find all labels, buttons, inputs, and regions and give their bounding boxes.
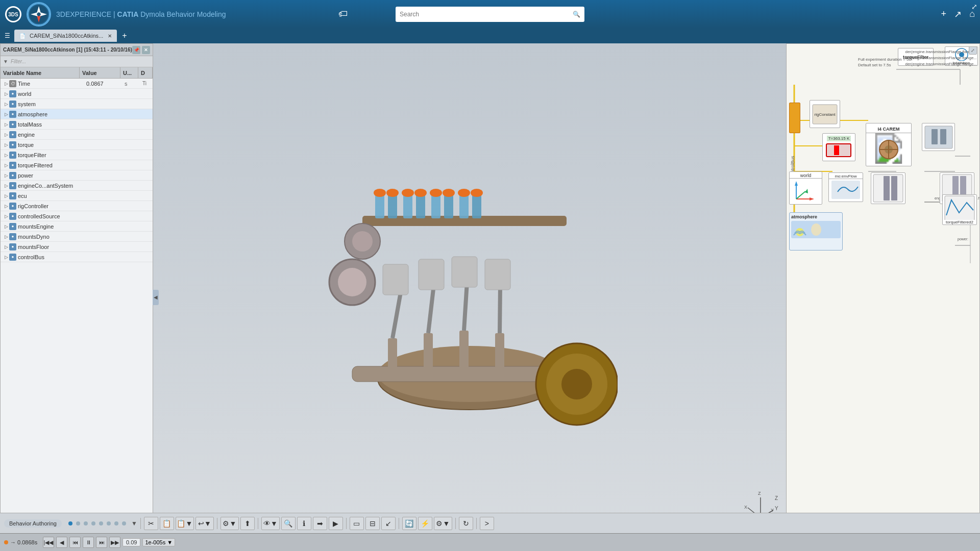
tree-row[interactable]: ▷ ● ecu bbox=[1, 191, 153, 201]
toolbar-cut-btn[interactable]: ✂ bbox=[144, 517, 158, 530]
diagram-area[interactable]: system controlBus bbox=[787, 44, 979, 550]
panel-close-icon[interactable]: ✕ bbox=[142, 46, 150, 54]
tree-expand-icon[interactable]: ▷ bbox=[5, 81, 8, 86]
playback-fwd-btn[interactable]: ▶▶ bbox=[109, 537, 120, 548]
diag-atmosphere-block[interactable]: atmosphere bbox=[789, 212, 843, 251]
tree-row[interactable]: ▷ ● atmosphere bbox=[1, 109, 153, 119]
tree-row[interactable]: ▷ ● power bbox=[1, 170, 153, 181]
tree-expand-icon[interactable]: ▷ bbox=[5, 244, 8, 249]
toolbar-sim2-btn[interactable]: ⚡ bbox=[418, 517, 432, 530]
share-icon[interactable]: ↗ bbox=[954, 9, 962, 20]
tree-expand-icon[interactable]: ▷ bbox=[5, 91, 8, 96]
playback-start-btn[interactable]: |◀◀ bbox=[43, 537, 54, 548]
toolbar-play-btn[interactable]: ▶ bbox=[329, 517, 343, 530]
tree-expand-icon[interactable]: ▷ bbox=[5, 193, 8, 198]
toolbar-sim1-btn[interactable]: 🔄 bbox=[402, 517, 416, 530]
search-input[interactable] bbox=[400, 11, 570, 18]
diag-world[interactable]: world bbox=[789, 171, 822, 205]
tree-row[interactable]: ▷ ● engine bbox=[1, 130, 153, 140]
tree-expand-icon[interactable]: ▷ bbox=[5, 163, 8, 168]
tree-row[interactable]: ▷ ● system bbox=[1, 99, 153, 109]
tree-row[interactable]: ▷ ● torqueFiltered bbox=[1, 160, 153, 170]
tree-row[interactable]: ▷ ● rigController bbox=[1, 201, 153, 211]
diag-temperature-block[interactable]: T=363.15 K bbox=[822, 133, 855, 161]
tab-add-button[interactable]: + bbox=[119, 31, 129, 40]
diag-i4-carem[interactable]: I4 CAREM bbox=[866, 123, 912, 166]
playback-pause-btn[interactable]: ⏸ bbox=[83, 537, 94, 548]
tree-item-label: rigController bbox=[18, 203, 153, 209]
toolbar-nav-btn[interactable]: ➡ bbox=[313, 517, 327, 530]
tree-expand-icon[interactable]: ▷ bbox=[5, 142, 8, 147]
diag-torqueFiltered-br[interactable]: torqueFiltered2 bbox=[942, 194, 977, 225]
behavior-expand-icon[interactable]: ▼ bbox=[131, 520, 137, 527]
tree-row[interactable]: ▷ ⏱ Time 0.0867 s Ti bbox=[1, 79, 153, 89]
playback-step-fwd-btn[interactable]: ⏭ bbox=[96, 537, 107, 548]
tree-row[interactable]: ▷ ● mountsFloor bbox=[1, 242, 153, 252]
diag-torqueFiltered-mid[interactable] bbox=[871, 172, 905, 204]
playback-prev-btn[interactable]: ◀ bbox=[56, 537, 67, 548]
diagram-expand-button[interactable]: ⤢ bbox=[969, 46, 977, 55]
tree-expand-icon[interactable]: ▷ bbox=[5, 173, 8, 178]
svg-marker-93 bbox=[795, 181, 798, 186]
tag-icon[interactable]: 🏷 bbox=[338, 9, 348, 19]
tab-main[interactable]: 📄 CAREM_SiNa1800ccAtkins... ✕ bbox=[14, 30, 117, 42]
tree-row[interactable]: ▷ ● world bbox=[1, 89, 153, 99]
center-3d-view[interactable]: Z Y Z Z X Y bbox=[153, 43, 786, 551]
behavior-dot-7[interactable] bbox=[114, 521, 118, 525]
tab-close[interactable]: ✕ bbox=[108, 33, 112, 39]
tree-expand-icon[interactable]: ▷ bbox=[5, 255, 8, 260]
panel-pin-icon[interactable]: 📌 bbox=[132, 46, 140, 54]
toolbar-refresh-btn[interactable]: ↻ bbox=[459, 517, 473, 530]
tree-row[interactable]: ▷ ● torque bbox=[1, 140, 153, 150]
tree-expand-icon[interactable]: ▷ bbox=[5, 204, 8, 209]
toolbar-info-btn[interactable]: ℹ bbox=[297, 517, 311, 530]
playback-step-back-btn[interactable]: ⏮ bbox=[69, 537, 81, 548]
tree-row[interactable]: ▷ ● mountsDyno bbox=[1, 232, 153, 242]
behavior-dot-8[interactable] bbox=[122, 521, 126, 525]
toolbar-copy-btn[interactable]: 📋 bbox=[160, 517, 174, 530]
add-icon[interactable]: + bbox=[941, 9, 947, 19]
toolbar-more-btn[interactable]: > bbox=[480, 517, 494, 530]
toolbar-zoom-btn[interactable]: 🔍 bbox=[281, 517, 296, 530]
tree-expand-icon[interactable]: ▷ bbox=[5, 153, 8, 158]
behavior-dot-5[interactable] bbox=[99, 521, 103, 525]
tree-expand-icon[interactable]: ▷ bbox=[5, 102, 8, 107]
toolbar-rect-btn[interactable]: ▭ bbox=[350, 517, 364, 530]
tree-expand-icon[interactable]: ▷ bbox=[5, 234, 8, 239]
tree-expand-icon[interactable]: ▷ bbox=[5, 122, 8, 127]
tree-row[interactable]: ▷ ● torqueFilter bbox=[1, 150, 153, 160]
tree-row[interactable]: ▷ ● controlledSource bbox=[1, 211, 153, 221]
behavior-dot-4[interactable] bbox=[91, 521, 95, 525]
tree-row[interactable]: ▷ ● totalMass bbox=[1, 119, 153, 130]
tree-row[interactable]: ▷ ● mountsEngine bbox=[1, 221, 153, 232]
toolbar-view-btn[interactable]: 👁▼ bbox=[261, 517, 280, 530]
tree-expand-icon[interactable]: ▷ bbox=[5, 224, 8, 229]
tree-expand-icon[interactable]: ▷ bbox=[5, 214, 8, 219]
tree-expand-icon[interactable]: ▷ bbox=[5, 183, 8, 188]
expand-icon[interactable]: ⤢ bbox=[971, 3, 977, 11]
left-sidebar-icon[interactable]: ☰ bbox=[3, 31, 12, 40]
toolbar-paste-btn[interactable]: 📋▼ bbox=[176, 517, 194, 530]
behavior-dot-6[interactable] bbox=[107, 521, 111, 525]
tree-row[interactable]: ▷ ● engineCo...antSystem bbox=[1, 181, 153, 191]
tree-row[interactable]: ▷ ● controlBus bbox=[1, 252, 153, 262]
collapse-panel-button[interactable]: ◀ bbox=[153, 290, 159, 305]
toolbar-undo-btn[interactable]: ↩▼ bbox=[195, 517, 214, 530]
toolbar-split-btn[interactable]: ⊟ bbox=[365, 517, 380, 530]
diag-envFlow[interactable]: mo:envFlow bbox=[828, 172, 863, 202]
diag-rigConstant[interactable]: rigConstant bbox=[810, 100, 840, 128]
tree-expand-icon[interactable]: ▷ bbox=[5, 132, 8, 137]
toolbar-sim3-btn[interactable]: ⚙▼ bbox=[434, 517, 452, 530]
toolbar-export-btn[interactable]: ⬆ bbox=[240, 517, 255, 530]
diag-rigComponent2[interactable] bbox=[922, 123, 955, 151]
toolbar-arrow-btn[interactable]: ↙ bbox=[381, 517, 396, 530]
toolbar-settings-btn[interactable]: ⚙▼ bbox=[220, 517, 239, 530]
compass-logo[interactable] bbox=[27, 2, 51, 27]
diag-ecu-connector[interactable] bbox=[789, 103, 800, 133]
tree-expand-icon[interactable]: ▷ bbox=[5, 112, 8, 117]
playback-step-select[interactable]: 1e-005s ▼ bbox=[142, 538, 175, 546]
behavior-dot-1[interactable] bbox=[68, 521, 72, 525]
behavior-dot-3[interactable] bbox=[84, 521, 88, 525]
search-icon[interactable]: 🔍 bbox=[573, 11, 580, 18]
behavior-dot-2[interactable] bbox=[76, 521, 80, 525]
